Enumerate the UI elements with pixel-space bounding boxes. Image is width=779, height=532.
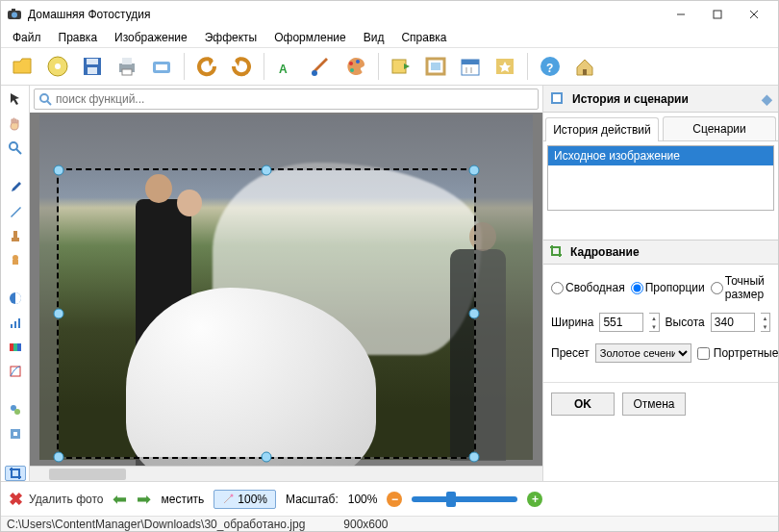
svg-rect-24 [431, 63, 440, 70]
scan-icon[interactable] [145, 50, 178, 83]
radio-free[interactable]: Свободная [551, 281, 625, 294]
undo-icon[interactable] [190, 50, 223, 83]
svg-rect-46 [11, 367, 20, 376]
history-list[interactable]: Исходное изображение [547, 145, 774, 211]
svg-point-8 [55, 63, 61, 69]
text-icon[interactable]: A [270, 50, 303, 83]
menu-effects[interactable]: Эффекты [197, 29, 265, 46]
maximize-button[interactable] [699, 1, 736, 28]
crop-handle-s[interactable] [262, 452, 272, 463]
height-label: Высота [666, 316, 705, 329]
brush-tool-icon[interactable] [5, 204, 26, 218]
levels-tool-icon[interactable] [5, 316, 26, 330]
zoom-in-button[interactable]: + [527, 492, 542, 507]
pin-icon[interactable]: ◆ [762, 91, 772, 107]
svg-point-55 [231, 494, 234, 496]
zoom-tool-icon[interactable] [5, 140, 26, 156]
app-icon [7, 7, 22, 22]
home-icon[interactable] [568, 50, 601, 83]
menu-image[interactable]: Изображение [107, 29, 195, 46]
preset-select[interactable]: Золотое сечение [595, 343, 691, 363]
zoom-out-button[interactable]: − [387, 492, 402, 507]
svg-rect-35 [12, 238, 19, 241]
menu-help[interactable]: Справка [393, 29, 454, 46]
brush-icon[interactable] [305, 50, 338, 83]
menu-view[interactable]: Вид [356, 29, 392, 46]
crop-handle-e[interactable] [469, 309, 480, 319]
export-icon[interactable] [385, 50, 417, 83]
print-icon[interactable] [111, 50, 143, 83]
history-item[interactable]: Исходное изображение [548, 146, 773, 165]
delete-photo-button[interactable]: ✖ Удалить фото [9, 489, 103, 510]
toolbar-separator [184, 53, 185, 80]
calendar-icon[interactable] [454, 50, 487, 83]
radio-exact[interactable]: Точный размер [711, 274, 770, 301]
hand-tool-icon[interactable] [5, 115, 26, 131]
crop-handle-w[interactable] [54, 309, 64, 319]
frame-icon[interactable] [419, 50, 452, 83]
horizontal-scrollbar[interactable] [30, 466, 542, 481]
minimize-button[interactable] [663, 1, 699, 28]
color-tool-icon[interactable] [5, 340, 26, 354]
svg-point-19 [349, 62, 353, 65]
plugin-tool-icon[interactable] [5, 427, 26, 442]
crop-handle-nw[interactable] [54, 165, 64, 176]
svg-point-51 [40, 94, 48, 102]
ok-button[interactable]: OK [551, 393, 615, 416]
stamp-tool-icon[interactable] [5, 229, 26, 243]
tab-history[interactable]: История действий [545, 117, 659, 141]
dropper-tool-icon[interactable] [5, 180, 26, 194]
fit-button[interactable]: 100% [214, 490, 276, 509]
history-panel-title: История и сценарии [572, 92, 689, 106]
history-panel-header: История и сценарии ◆ [543, 86, 778, 113]
status-dims: 900x600 [343, 518, 388, 531]
canvas-area[interactable] [30, 113, 542, 466]
width-input[interactable] [599, 313, 643, 332]
prev-arrow-icon[interactable]: ⬅ [113, 489, 127, 510]
help-icon[interactable]: ? [534, 50, 566, 83]
effects-tool-icon[interactable] [5, 403, 26, 418]
svg-rect-16 [156, 64, 167, 70]
zoom-slider[interactable] [412, 496, 517, 502]
crop-handle-ne[interactable] [469, 165, 480, 176]
crop-tool-icon[interactable] [5, 466, 26, 481]
crop-handle-sw[interactable] [54, 452, 64, 463]
star-image-icon[interactable] [489, 50, 521, 83]
zoom-value: 100% [348, 493, 378, 506]
crop-rectangle[interactable] [59, 170, 474, 457]
search-box[interactable] [34, 89, 539, 110]
curves-tool-icon[interactable] [5, 364, 26, 378]
pointer-tool-icon[interactable] [5, 91, 26, 106]
disc-icon[interactable] [41, 50, 74, 83]
crop-handle-n[interactable] [262, 165, 272, 176]
svg-text:?: ? [546, 62, 553, 75]
redo-icon[interactable] [225, 50, 258, 83]
width-spinner[interactable]: ▲▼ [649, 313, 659, 332]
search-input[interactable] [56, 92, 538, 106]
portrait-checkbox[interactable]: Портретные [697, 346, 779, 360]
radio-ratio[interactable]: Пропорции [631, 281, 705, 294]
menu-file[interactable]: Файл [5, 29, 49, 46]
palette-icon[interactable] [339, 50, 372, 83]
next-arrow-icon[interactable]: ➡ [137, 489, 151, 510]
move-label: местить [161, 493, 204, 506]
contrast-tool-icon[interactable] [5, 291, 26, 306]
open-folder-icon[interactable] [7, 50, 39, 83]
shape-tool-icon[interactable] [5, 253, 26, 267]
height-spinner[interactable]: ▲▼ [761, 313, 770, 332]
svg-rect-42 [18, 318, 20, 328]
preset-label: Пресет [551, 346, 590, 360]
height-input[interactable] [711, 313, 755, 332]
svg-rect-2 [12, 9, 15, 12]
cancel-button[interactable]: Отмена [622, 393, 686, 416]
crop-panel-header: Кадрование [543, 240, 778, 265]
close-button[interactable] [736, 1, 772, 28]
tab-scenarios[interactable]: Сценарии [663, 116, 776, 140]
menu-decor[interactable]: Оформление [266, 29, 353, 46]
menu-edit[interactable]: Правка [51, 29, 106, 46]
crop-handle-se[interactable] [469, 452, 480, 463]
svg-rect-36 [13, 231, 17, 238]
save-icon[interactable] [76, 50, 109, 83]
menu-bar: Файл Правка Изображение Эффекты Оформлен… [1, 28, 778, 47]
zoom-slider-knob[interactable] [446, 492, 456, 507]
